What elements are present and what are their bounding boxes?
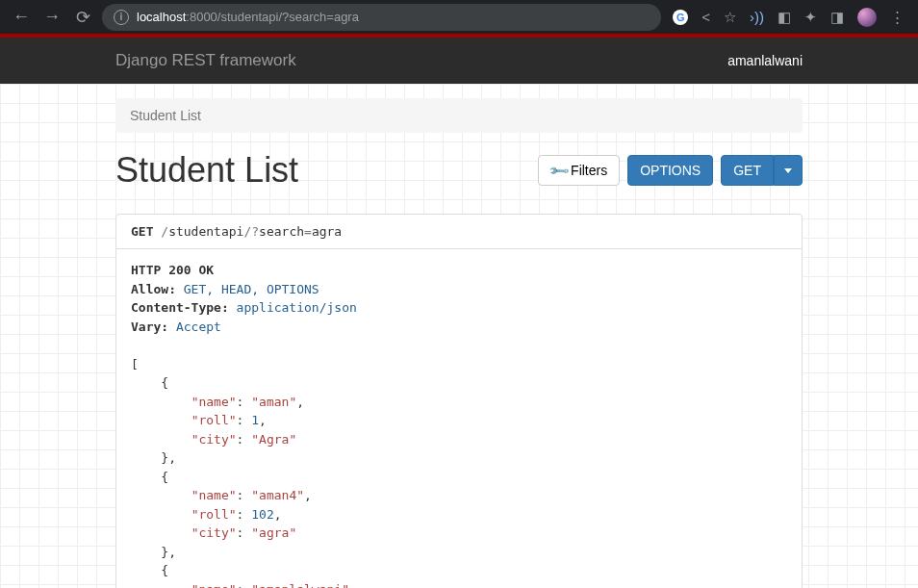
toolbar-icons: G < ☆ ›)) ◧ ✦ ◨ ⋮ — [669, 8, 908, 27]
page-title: Student List — [115, 150, 298, 191]
user-menu[interactable]: amanlalwani — [727, 53, 803, 68]
page-header: Student List 🔧Filters OPTIONS GET — [115, 150, 803, 191]
url-text: localhost:8000/studentapi/?search=agra — [137, 10, 359, 24]
site-info-icon[interactable]: i — [114, 10, 129, 25]
get-button-group: GET — [721, 155, 803, 186]
filters-button[interactable]: 🔧Filters — [538, 155, 620, 186]
menu-icon[interactable]: ⋮ — [890, 9, 905, 26]
response-body: HTTP 200 OK Allow: GET, HEAD, OPTIONS Co… — [115, 249, 803, 588]
chevron-down-icon — [784, 168, 792, 173]
get-dropdown-button[interactable] — [774, 155, 803, 186]
google-icon[interactable]: G — [673, 10, 688, 25]
top-navbar: Django REST framework amanlalwani — [0, 38, 918, 84]
breadcrumb[interactable]: Student List — [115, 98, 803, 133]
page-content: Student List Student List 🔧Filters OPTIO… — [0, 84, 918, 588]
reload-button[interactable]: ⟳ — [71, 7, 94, 28]
share-icon[interactable]: < — [701, 9, 710, 25]
extension-icon[interactable]: ◧ — [778, 9, 791, 26]
request-path: /studentapi/?search=agra — [153, 224, 342, 239]
devtools-icon[interactable]: ◨ — [830, 9, 844, 26]
action-buttons: 🔧Filters OPTIONS GET — [538, 155, 803, 186]
request-method: GET — [131, 224, 153, 239]
address-bar[interactable]: i localhost:8000/studentapi/?search=agra — [102, 4, 661, 31]
brand-link[interactable]: Django REST framework — [115, 51, 296, 70]
options-button[interactable]: OPTIONS — [627, 155, 713, 186]
get-button[interactable]: GET — [721, 155, 774, 186]
forward-button[interactable]: → — [40, 7, 64, 27]
browser-toolbar: ← → ⟳ i localhost:8000/studentapi/?searc… — [0, 0, 918, 34]
extensions-puzzle-icon[interactable]: ✦ — [804, 9, 817, 26]
wrench-icon: 🔧 — [548, 159, 570, 181]
profile-avatar[interactable] — [857, 8, 877, 27]
bookmark-icon[interactable]: ☆ — [724, 9, 736, 26]
extension-sound-icon[interactable]: ›)) — [750, 9, 764, 25]
request-line: GET /studentapi/?search=agra — [115, 214, 803, 249]
back-button[interactable]: ← — [10, 7, 33, 27]
